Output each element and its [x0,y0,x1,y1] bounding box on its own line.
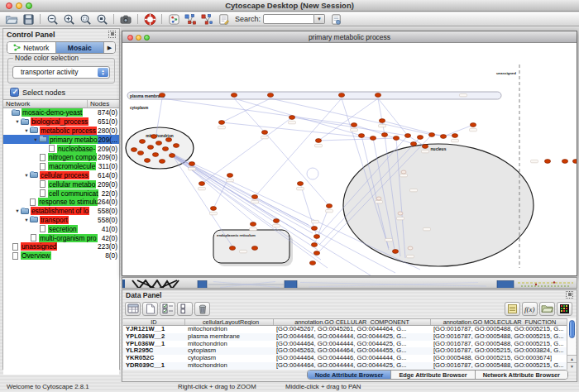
column-header-id[interactable]: ID [123,319,185,325]
network-node[interactable] [381,133,387,137]
tab-edge-attribute-browser[interactable]: Edge Attribute Browser [391,370,475,379]
network-node[interactable] [229,246,235,251]
network-node[interactable] [452,134,457,138]
network-node[interactable] [250,222,256,227]
network-node-unhighlighted[interactable] [408,246,413,250]
tree-row-cellular-metabo[interactable]: cellular metabo209(0) [3,179,119,189]
function-builder-icon[interactable]: f(x) [522,302,538,316]
tab-network[interactable]: Network [7,42,56,53]
table-row-ylr295c[interactable]: YLR295Ccytoplasm[GO:0045263, GO:0044464,… [123,347,568,355]
network-node[interactable] [162,147,168,151]
network-node[interactable] [151,135,156,139]
table-row-yjr121w__1[interactable]: YJR121W__1mitochondrion[GO:0045267, GO:0… [123,326,568,333]
snapshot-icon[interactable] [118,13,133,26]
table-row-ydr039c__1[interactable]: YDR039C__1mitochondrion[GO:0044464, GO:0… [123,362,568,370]
network-node-unhighlighted[interactable] [398,212,403,215]
help-icon[interactable] [142,13,157,26]
tree-row-establishment-of-lo[interactable]: ▼establishment of lo558(0) [3,207,119,216]
column-header-cellular-component[interactable]: annotation.GO CELLULAR_COMPONENT [274,319,431,325]
network-node[interactable] [358,134,364,138]
save-icon[interactable] [21,13,36,26]
network-node[interactable] [173,144,179,148]
network-node[interactable] [338,93,344,98]
network-node[interactable] [210,207,216,211]
zoom-out-icon[interactable] [45,13,60,26]
network-node[interactable] [351,123,356,127]
network-node[interactable] [313,251,319,256]
network-window-titlebar[interactable]: primary metabolic process [122,31,577,43]
network-node[interactable] [169,154,175,158]
network-node[interactable] [417,136,423,140]
network-node[interactable] [261,131,267,135]
open-icon[interactable] [4,13,19,26]
search-input[interactable] [263,14,314,24]
network-node[interactable] [404,134,410,138]
disclosure-triangle-icon[interactable]: ▼ [23,128,30,133]
zoom-selected-icon[interactable] [78,13,93,26]
tree-row-response-to-stimulu[interactable]: response to stimulu264(0) [3,198,119,207]
scrollbar-thumb[interactable] [569,320,575,338]
search-dropdown-button[interactable]: ▼ [314,14,325,24]
background-window-strip[interactable] [122,277,577,289]
delete-attribute-icon[interactable] [194,302,210,316]
new-attribute-icon[interactable] [142,302,158,316]
vizmapper-icon[interactable] [166,13,181,26]
tree-row-macromolecule[interactable]: macromolecule311(0) [3,162,119,171]
network-node[interactable] [251,246,257,251]
network-node[interactable] [273,219,279,223]
network-node[interactable] [379,119,385,123]
network-node[interactable] [311,227,317,231]
scroll-up-icon[interactable]: ▲ [567,355,577,362]
network-node[interactable] [267,93,273,98]
network-edge[interactable] [255,197,314,228]
tree-row-transport[interactable]: ▼transport558(0) [3,216,119,225]
tree-row-unassigned[interactable]: unassigned223(0) [3,242,119,251]
table-row-ypl036w__1[interactable]: YPL036W__1mitochondrion[GO:0044464, GO:0… [123,341,568,348]
tab-node-attribute-browser[interactable]: Node Attribute Browser [308,370,392,379]
network-edge[interactable] [170,152,276,220]
tree-row-primary-metabo[interactable]: ▼primary metabo209(... [3,135,119,144]
network-node[interactable] [309,261,315,265]
tree-row-secretion[interactable]: secretion41(0) [3,224,119,233]
tree-row-overview[interactable]: Overview8(0) [3,251,119,261]
network-node[interactable] [165,138,171,142]
table-row-ypl036w__2[interactable]: YPL036W__2plasma membrane[GO:0044464, GO… [123,333,568,341]
network-node[interactable] [428,133,434,137]
network-node[interactable] [231,93,237,98]
tree-row-cellular-process[interactable]: ▼cellular process614(0) [3,171,119,180]
tab-mosaic[interactable]: Mosaic [56,42,105,53]
network-node[interactable] [544,160,550,164]
network-node[interactable] [131,148,136,152]
network-node[interactable] [422,145,428,149]
network-node-unhighlighted[interactable] [376,197,381,200]
tab-network-attribute-browser[interactable]: Network Attribute Browser [476,370,567,379]
network-node[interactable] [189,162,194,166]
network-node[interactable] [375,93,380,98]
column-header-molecular-function[interactable]: annotation.GO MOLECULAR_FUNCTION [431,319,568,325]
network-node[interactable] [470,123,476,127]
network-node[interactable] [199,182,204,186]
network-edge[interactable] [202,117,292,184]
network-node[interactable] [410,142,416,146]
select-nodes-checkbox[interactable] [10,88,19,97]
network-node[interactable] [159,93,165,98]
node-color-dropdown[interactable]: transporter activity ▲▼ [12,66,110,79]
annotation-icon[interactable] [216,13,231,26]
network-node[interactable] [392,250,398,254]
network-overlay-1-icon[interactable] [183,13,198,26]
disclosure-triangle-icon[interactable]: ▼ [14,208,21,213]
disclosure-triangle-icon[interactable]: ▼ [32,137,39,142]
tree-row-nucleobase-[interactable]: nucleobase-209(0) [3,144,119,153]
network-node[interactable] [313,235,319,239]
tree-row-mosaic-demo-yeast[interactable]: mosaic-demo-yeast874(0) [3,108,119,117]
network-node[interactable] [137,151,143,155]
network-node[interactable] [152,153,158,157]
network-node[interactable] [297,182,303,186]
tree-column-nodes[interactable]: Nodes [88,100,119,108]
network-edge[interactable] [292,117,408,136]
network-node[interactable] [393,136,399,141]
import-attributes-icon[interactable] [539,302,555,316]
table-scrollbar[interactable]: ▲ ▼ [567,318,576,370]
network-node[interactable] [315,139,321,143]
network-node[interactable] [147,146,153,150]
